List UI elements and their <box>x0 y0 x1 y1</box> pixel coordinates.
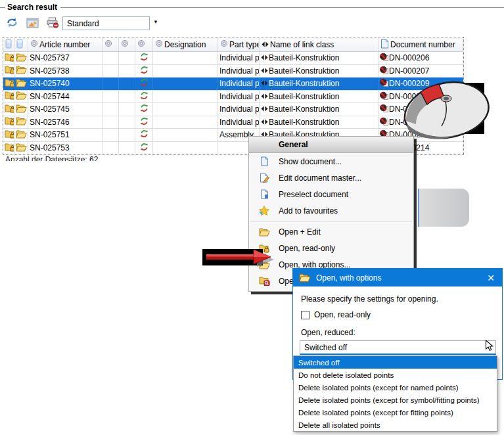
column-header-article-number[interactable]: Article number <box>28 37 103 51</box>
refresh-button[interactable] <box>4 16 20 31</box>
menu-item-label: Ope <box>279 277 294 286</box>
menu-item-open-edit[interactable]: Open + Edit <box>249 223 413 240</box>
table-cell <box>119 52 135 64</box>
refresh-circle-icon <box>140 104 149 114</box>
menu-item-label: Preselect document <box>279 190 348 199</box>
table-cell: SN-025740 <box>28 78 103 90</box>
groupbox-title: Search result <box>7 3 57 12</box>
menu-item-add-to-favourites[interactable]: Add to favourites <box>249 202 413 219</box>
refresh-circle-icon <box>140 91 149 102</box>
table-cell: Individual part <box>218 116 260 129</box>
combobox-arrow-icon[interactable]: ▼ <box>153 19 158 25</box>
dropdown-option-delete-isolated-points-except-for-named-points[interactable]: Delete isolated points (except for named… <box>294 381 497 394</box>
table-row-sn-025740[interactable]: SN-025740Individual partBauteil-Konstruk… <box>3 78 463 91</box>
document-icon <box>380 39 389 51</box>
table-cell <box>153 116 218 129</box>
table-cell <box>103 142 119 155</box>
link-arrows-icon <box>262 40 269 49</box>
part-type-cell: Individual part <box>219 104 260 114</box>
table-cell <box>135 52 153 64</box>
dropdown-option-delete-isolated-points-except-for-symbol-fitting-points[interactable]: Delete isolated points (except for symbo… <box>294 394 497 406</box>
link-class-cell: Bauteil-Konstruktion <box>269 104 339 114</box>
refresh-circle-icon <box>140 53 149 63</box>
article-number-cell: SN-025740 <box>30 79 70 88</box>
link-class-cell: Bauteil-Konstruktion <box>269 118 339 127</box>
table-cell <box>119 116 135 129</box>
open-reduced-combobox[interactable]: Switched off ▼ <box>300 340 496 355</box>
column-header-4[interactable] <box>119 37 135 51</box>
table-cell: Individual part <box>218 52 260 64</box>
folder-open-icon <box>16 91 27 102</box>
table-cell: Individual part <box>218 103 260 116</box>
part-type-cell: Individual part <box>219 118 260 127</box>
table-cell <box>135 78 153 90</box>
link-arrows-icon <box>261 53 268 62</box>
table-cell <box>135 65 153 78</box>
dialog-message: Please specify the settings for opening. <box>301 294 438 304</box>
table-cell <box>14 129 28 141</box>
column-header-0[interactable] <box>3 37 14 51</box>
table-row-sn-025737[interactable]: SN-025737Individual partBauteil-Konstruk… <box>3 52 463 65</box>
table-row-sn-025738[interactable]: SN-025738Individual partBauteil-Konstruk… <box>3 65 463 78</box>
mouse-clipart-image <box>398 68 492 144</box>
table-cell: SN-025737 <box>28 52 103 64</box>
menu-item-label: Open, read-only <box>279 244 335 253</box>
table-row-sn-025746[interactable]: SN-025746Individual partBauteil-Konstruk… <box>3 116 463 129</box>
refresh-icon <box>6 17 18 30</box>
open-read-only-checkbox[interactable] <box>301 311 309 319</box>
gear-icon <box>220 39 228 49</box>
groupbox-border <box>0 7 5 8</box>
table-cell <box>153 52 218 64</box>
column-header-designation[interactable]: Designation <box>153 37 218 51</box>
column-header-5[interactable] <box>135 37 153 51</box>
result-view-icon <box>26 18 39 30</box>
refresh-circle-icon <box>140 66 149 76</box>
gear-icon <box>155 39 163 49</box>
column-header-name-of-link-class[interactable]: Name of link class <box>260 37 378 51</box>
dropdown-option-do-not-delete-isolated-points[interactable]: Do not delete isolated points <box>294 369 497 381</box>
table-cell: Individual part <box>218 91 260 103</box>
table-cell: Bauteil-Konstruktion <box>260 91 378 103</box>
checkbox-label: Open, read-only <box>314 310 371 319</box>
document-number-cell: DN-000206 <box>389 53 429 62</box>
link-class-cell: Bauteil-Konstruktion <box>269 66 339 76</box>
table-cell <box>14 142 28 155</box>
table-row-sn-025745[interactable]: SN-025745Individual partBauteil-Konstruk… <box>3 103 463 116</box>
dropdown-option-switched-off[interactable]: Switched off <box>294 356 497 369</box>
folder-lock-icon <box>5 116 14 127</box>
result-view-button[interactable] <box>24 16 40 31</box>
table-cell: SN-025751 <box>28 129 103 141</box>
column-header-label: Document number <box>390 40 455 49</box>
table-cell <box>135 103 153 116</box>
table-row-sn-025744[interactable]: SN-025744Individual partBauteil-Konstruk… <box>3 91 463 104</box>
column-header-document-number[interactable]: Document number <box>378 37 463 51</box>
document-preselect-icon <box>258 189 271 199</box>
gear-icon <box>30 39 38 49</box>
dropdown-option-delete-isolated-points-except-for-fitting-points[interactable]: Delete isolated points (except for fitti… <box>294 406 497 419</box>
table-cell <box>14 52 28 64</box>
print-button[interactable] <box>45 16 60 31</box>
dialog-titlebar[interactable]: Open, with options ✕ <box>293 269 502 286</box>
dropdown-option-delete-all-isolated-points[interactable]: Delete all isolated points <box>294 419 497 431</box>
folder-lock-icon <box>5 129 14 141</box>
column-header-1[interactable] <box>14 37 28 51</box>
part-type-cell: Individual part <box>219 79 260 88</box>
table-cell <box>103 65 119 78</box>
close-icon[interactable]: ✕ <box>480 273 502 283</box>
link-class-cell: Bauteil-Konstruktion <box>269 92 339 101</box>
column-header-3[interactable] <box>103 37 119 51</box>
menu-item-edit-document-master[interactable]: Edit document master... <box>249 170 413 186</box>
table-cell <box>103 52 119 64</box>
search-profile-combobox[interactable]: Standard <box>62 16 150 30</box>
document-sphere-icon <box>380 117 388 127</box>
link-class-cell: Bauteil-Konstruktion <box>269 53 339 62</box>
table-cell <box>119 65 135 78</box>
link-arrows-icon <box>261 66 268 76</box>
link-class-cell: Bauteil-Konstruktion <box>269 79 339 88</box>
column-header-part-type[interactable]: Part type <box>218 37 260 51</box>
groupbox-border-line <box>60 7 504 8</box>
table-cell <box>103 78 119 90</box>
record-count-status: Anzahl der Datensätze: 62 <box>5 155 216 161</box>
menu-item-show-document[interactable]: Show document... <box>249 153 413 170</box>
menu-item-preselect-document[interactable]: Preselect document <box>249 186 413 202</box>
